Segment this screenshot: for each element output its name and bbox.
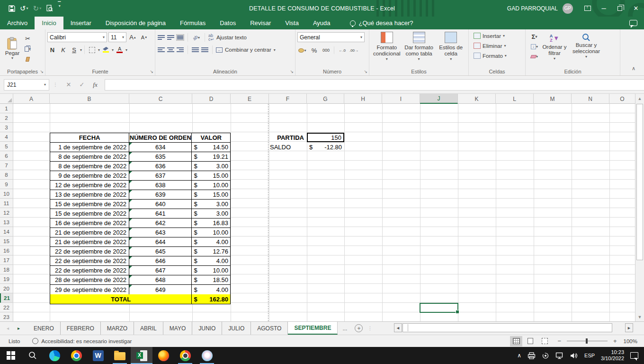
sheet-tab[interactable]: ABRIL (134, 322, 163, 335)
cell-orden[interactable]: 643 (129, 228, 192, 237)
close-button[interactable]: ✕ (628, 0, 644, 17)
cell-fecha[interactable]: 15 de septiembre de 2022 (50, 209, 129, 218)
cell-orden[interactable]: 638 (129, 181, 192, 190)
delete-cells-button[interactable]: Eliminar▾ (474, 41, 523, 51)
cell-fecha[interactable]: 12 de septiembre de 2022 (50, 181, 129, 190)
taskbar-chrome[interactable] (65, 347, 87, 364)
scroll-up-arrow[interactable]: ▲ (635, 94, 644, 103)
tab-ayuda[interactable]: Ayuda (306, 17, 338, 29)
column-header-a[interactable]: A (13, 94, 50, 104)
tab-insertar[interactable]: Insertar (63, 17, 98, 29)
ribbon-display-options-button[interactable] (580, 0, 596, 17)
format-cells-button[interactable]: Formato▾ (474, 51, 523, 61)
font-dialog-launcher[interactable]: ↘ (150, 69, 153, 74)
column-header-b[interactable]: B (50, 94, 129, 104)
insert-function-button[interactable]: fx (89, 81, 102, 89)
sheet-tab[interactable]: FEBRERO (61, 322, 101, 335)
zoom-in-button[interactable]: + (613, 337, 617, 345)
row-header[interactable]: 22 (0, 303, 13, 312)
fill-color-button[interactable] (101, 45, 111, 55)
formula-input[interactable] (105, 79, 644, 91)
row-header[interactable]: 9 (0, 180, 13, 189)
row-header[interactable]: 17 (0, 255, 13, 265)
cell-valor[interactable]: $14.50 (192, 143, 230, 152)
cell-valor[interactable]: $4.00 (192, 285, 230, 294)
cell-fecha[interactable]: 8 de septiembre de 2022 (50, 162, 129, 171)
taskbar-word[interactable]: W (87, 347, 109, 364)
tell-me-search[interactable]: ¿Qué desea hacer? (350, 17, 413, 29)
collapse-ribbon-button[interactable]: ∧ (632, 65, 635, 72)
cell-styles-button[interactable]: Estilos de celda▾ (435, 32, 466, 67)
language-indicator[interactable]: ESP (584, 353, 595, 358)
accounting-format-button[interactable]: ▾ (297, 46, 307, 55)
cell-valor[interactable]: $3.00 (192, 162, 230, 171)
normal-view-button[interactable] (510, 336, 522, 346)
cell-valor[interactable]: $10.00 (192, 228, 230, 237)
orientation-button[interactable]: ab▾ (191, 33, 201, 42)
align-top-button[interactable] (157, 34, 165, 41)
cell-fecha[interactable]: 29 de septiembre de 2022 (50, 285, 129, 294)
column-header-e[interactable]: E (231, 94, 269, 104)
tab-inicio[interactable]: Inicio (35, 17, 63, 29)
row-header[interactable]: 12 (0, 208, 13, 218)
row-header[interactable]: 10 (0, 189, 13, 199)
sheet-tab[interactable]: AGOSTO (251, 322, 288, 335)
row-header[interactable]: 11 (0, 199, 13, 208)
cell-orden[interactable]: 647 (129, 266, 192, 275)
percent-style-button[interactable]: % (309, 46, 319, 55)
cell-orden[interactable]: 634 (129, 143, 192, 152)
page-layout-view-button[interactable] (524, 336, 537, 346)
vertical-scrollbar[interactable]: ▲ ▼ (635, 94, 644, 321)
name-box[interactable]: J21 ▾ (4, 79, 49, 91)
cell-valor[interactable]: $19.21 (192, 152, 230, 162)
underline-button[interactable]: S (69, 45, 79, 55)
increase-decimal-button[interactable]: ←.0 (337, 46, 347, 55)
align-bottom-button[interactable] (176, 34, 184, 41)
hscroll-right-arrow[interactable]: ► (625, 323, 633, 332)
zoom-slider-thumb[interactable] (586, 338, 588, 344)
cell-valor[interactable]: $3.00 (192, 200, 230, 209)
name-box-dropdown[interactable]: ▾ (44, 82, 46, 87)
row-header[interactable]: 16 (0, 246, 13, 255)
fill-color-dropdown[interactable]: ▾ (112, 48, 114, 52)
header-fecha[interactable]: FECHA (50, 133, 129, 143)
comma-style-button[interactable]: 000 (321, 46, 331, 55)
taskbar-paint[interactable] (196, 347, 218, 364)
tray-expand-chevron[interactable]: ∧ (517, 352, 521, 359)
sheet-tab[interactable]: JULIO (222, 322, 251, 335)
sheet-nav-right[interactable]: ▸ (18, 326, 20, 331)
column-header-f[interactable]: F (269, 94, 307, 104)
cell-orden[interactable]: 639 (129, 190, 192, 200)
column-header-n[interactable]: N (572, 94, 609, 104)
cell-fecha[interactable]: 28 de septiembre de 2022 (50, 275, 129, 285)
column-header-i[interactable]: I (382, 94, 420, 104)
font-family-combo[interactable]: Calibri▾ (47, 32, 107, 42)
network-icon[interactable] (555, 352, 564, 359)
cell-partida-label[interactable]: PARTIDA (269, 133, 307, 142)
align-right-button[interactable] (176, 46, 184, 53)
conditional-formatting-button[interactable]: Formato condicional▾ (371, 32, 402, 67)
row-header[interactable]: 3 (0, 123, 13, 132)
row-header[interactable]: 23 (0, 312, 13, 322)
row-header[interactable]: 21 (0, 293, 13, 303)
printer-icon[interactable] (528, 352, 536, 359)
sheet-nav-left[interactable]: ◂ (7, 326, 9, 331)
cell-fecha[interactable]: 1 de septiembre de 2022 (50, 143, 129, 152)
align-left-button[interactable] (157, 46, 165, 53)
format-as-table-button[interactable]: Dar formato como tabla▾ (403, 32, 435, 67)
cell-orden[interactable]: 646 (129, 256, 192, 266)
column-header-j-selected[interactable]: J (420, 94, 458, 104)
cell-fecha[interactable]: 15 de septiembre de 2022 (50, 200, 129, 209)
cell-fecha[interactable]: 21 de septiembre de 2022 (50, 228, 129, 237)
sheet-tab[interactable]: MARZO (101, 322, 134, 335)
cell-orden[interactable]: 641 (129, 209, 192, 218)
cell-saldo-value[interactable]: $-12.80 (307, 142, 344, 152)
sort-filter-button[interactable]: AZ ▼ Ordenar y filtrar▾ (539, 31, 570, 67)
align-middle-button[interactable] (167, 34, 175, 41)
copy-button[interactable]: ▾ (23, 44, 33, 54)
column-header-g[interactable]: G (307, 94, 344, 104)
horizontal-scroll-thumb[interactable] (408, 324, 610, 331)
clear-button[interactable]: ▾ (529, 52, 539, 61)
decrease-font-button[interactable]: A▼ (139, 33, 149, 42)
zoom-level[interactable]: 100% (624, 338, 637, 344)
